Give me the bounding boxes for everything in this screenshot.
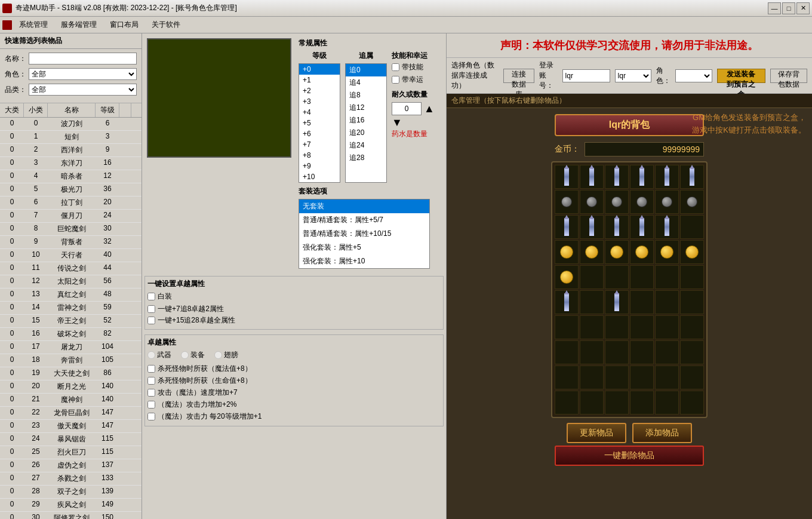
bag-cell[interactable] xyxy=(630,165,654,189)
bag-cell[interactable] xyxy=(680,391,704,414)
bag-cell[interactable] xyxy=(580,315,604,339)
bag-cell[interactable] xyxy=(630,290,654,314)
radio-wing-input[interactable] xyxy=(214,351,222,359)
table-row[interactable]: 028双子之剑139 xyxy=(0,486,142,499)
bag-cell[interactable] xyxy=(580,340,604,364)
lucky-checkbox-row[interactable]: 带幸运 xyxy=(392,75,435,85)
radio-equip-input[interactable] xyxy=(181,351,189,359)
bag-cell[interactable] xyxy=(630,215,654,239)
bag-cell[interactable] xyxy=(605,391,629,414)
extra-checkbox[interactable] xyxy=(147,377,155,385)
bag-cell[interactable] xyxy=(580,190,604,214)
extra-check-item[interactable]: 杀死怪物时所获（生命值+8） xyxy=(147,376,441,386)
filter-type-select[interactable]: 全部 xyxy=(29,84,137,96)
bag-cell[interactable] xyxy=(605,340,629,364)
chase-list[interactable]: 追0追4追8追12追16追20追24追28 xyxy=(345,63,387,183)
menu-item-about[interactable]: 关于软件 xyxy=(146,18,186,32)
table-row[interactable]: 023傲天魔剑147 xyxy=(0,420,142,433)
bag-cell[interactable] xyxy=(655,190,679,214)
table-row[interactable]: 04暗杀者12 xyxy=(0,170,142,183)
table-row[interactable]: 019大天使之剑86 xyxy=(0,367,142,380)
bag-cell[interactable] xyxy=(680,215,704,239)
login-select[interactable]: lqr xyxy=(615,69,652,82)
bag-cell[interactable] xyxy=(630,265,654,289)
level-item[interactable]: +8 xyxy=(299,150,340,161)
bag-cell[interactable] xyxy=(555,215,579,239)
menu-item-system[interactable]: 系统管理 xyxy=(13,18,54,32)
extra-checkbox[interactable] xyxy=(147,401,155,409)
level-item[interactable]: +1 xyxy=(299,75,340,85)
table-row[interactable]: 011传说之剑44 xyxy=(0,262,142,275)
bag-cell[interactable] xyxy=(655,215,679,239)
bag-cell[interactable] xyxy=(605,290,629,314)
table-row[interactable]: 030阿修罗之剑150 xyxy=(0,512,142,519)
table-row[interactable]: 022龙骨巨晶剑147 xyxy=(0,407,142,420)
bag-cell[interactable] xyxy=(555,315,579,339)
level-item[interactable]: +10 xyxy=(299,171,340,182)
table-row[interactable]: 07偃月刀24 xyxy=(0,210,142,223)
suite-item[interactable]: 无套装 xyxy=(299,199,429,213)
chase-item[interactable]: 追24 xyxy=(346,139,386,152)
table-row[interactable]: 05极光刀36 xyxy=(0,183,142,196)
login-input[interactable] xyxy=(562,69,610,82)
maximize-button[interactable]: □ xyxy=(782,2,795,14)
suite-item[interactable]: 普通/精通套装：属性+10/15 xyxy=(299,227,429,241)
table-row[interactable]: 00波刀剑6 xyxy=(0,118,142,131)
table-row[interactable]: 020断月之光140 xyxy=(0,380,142,394)
bag-cell[interactable] xyxy=(630,366,654,389)
white-attr-checkbox[interactable] xyxy=(147,293,155,300)
table-row[interactable]: 010天行者40 xyxy=(0,249,142,262)
dur-down[interactable]: ▼ xyxy=(392,116,402,129)
bag-cell[interactable] xyxy=(580,165,604,189)
bag-cell[interactable] xyxy=(605,215,629,239)
chase-item[interactable]: 追16 xyxy=(346,114,386,127)
bag-cell[interactable] xyxy=(605,366,629,389)
bag-cell[interactable] xyxy=(605,315,629,339)
level-item[interactable]: +3 xyxy=(299,96,340,107)
table-row[interactable]: 016破坏之剑82 xyxy=(0,328,142,341)
send-btn[interactable]: 发送装备到预言之盒 xyxy=(717,69,765,83)
bag-cell[interactable] xyxy=(605,165,629,189)
bag-cell[interactable] xyxy=(680,265,704,289)
menu-item-server[interactable]: 服务端管理 xyxy=(55,18,103,32)
extra-check-item[interactable]: 杀死怪物时所获（魔法值+8） xyxy=(147,364,441,374)
level-item[interactable]: +5 xyxy=(299,118,340,128)
bag-cell[interactable] xyxy=(630,315,654,339)
bag-cell[interactable] xyxy=(555,165,579,189)
level-item[interactable]: +2 xyxy=(299,85,340,96)
level-item[interactable]: +6 xyxy=(299,128,340,139)
table-row[interactable]: 021魔神剑140 xyxy=(0,394,142,407)
bag-cell[interactable] xyxy=(605,190,629,214)
table-row[interactable]: 018奔雷剑105 xyxy=(0,354,142,367)
radio-equip[interactable]: 装备 xyxy=(181,350,205,360)
filter-name-input[interactable] xyxy=(29,53,137,65)
extra-checkbox[interactable] xyxy=(147,389,155,397)
bag-cell[interactable] xyxy=(630,190,654,214)
bag-cell[interactable] xyxy=(655,366,679,389)
table-row[interactable]: 08巨蛇魔剑30 xyxy=(0,223,142,236)
one-key-2-checkbox[interactable] xyxy=(147,317,155,324)
bag-cell[interactable] xyxy=(655,391,679,414)
table-row[interactable]: 02西洋剑9 xyxy=(0,144,142,157)
chase-item[interactable]: 追20 xyxy=(346,127,386,139)
bag-cell[interactable] xyxy=(555,340,579,364)
suite-item[interactable]: 强化套装：属性+10 xyxy=(299,254,429,268)
extra-check-item[interactable]: 攻击（魔法）速度增加+7 xyxy=(147,388,441,398)
table-row[interactable]: 01短剑3 xyxy=(0,131,142,144)
bag-cell[interactable] xyxy=(580,215,604,239)
save-btn[interactable]: 保存背包数据 xyxy=(770,69,807,83)
table-row[interactable]: 014雷神之剑59 xyxy=(0,302,142,315)
extra-check-item[interactable]: （魔法）攻击力增加+2% xyxy=(147,400,441,410)
one-key-1-checkbox[interactable] xyxy=(147,305,155,313)
table-row[interactable]: 015帝王之剑52 xyxy=(0,315,142,328)
level-item[interactable]: +11 xyxy=(299,182,340,183)
chase-item[interactable]: 追12 xyxy=(346,102,386,114)
bag-cell[interactable] xyxy=(680,290,704,314)
dur-up[interactable]: ▲ xyxy=(424,103,435,115)
role-select[interactable] xyxy=(675,69,712,82)
chase-item[interactable]: 追4 xyxy=(346,76,386,89)
bag-cell[interactable] xyxy=(555,290,579,314)
close-button[interactable]: ✕ xyxy=(796,2,810,14)
bag-cell[interactable] xyxy=(655,315,679,339)
chase-item[interactable]: 追28 xyxy=(346,152,386,164)
